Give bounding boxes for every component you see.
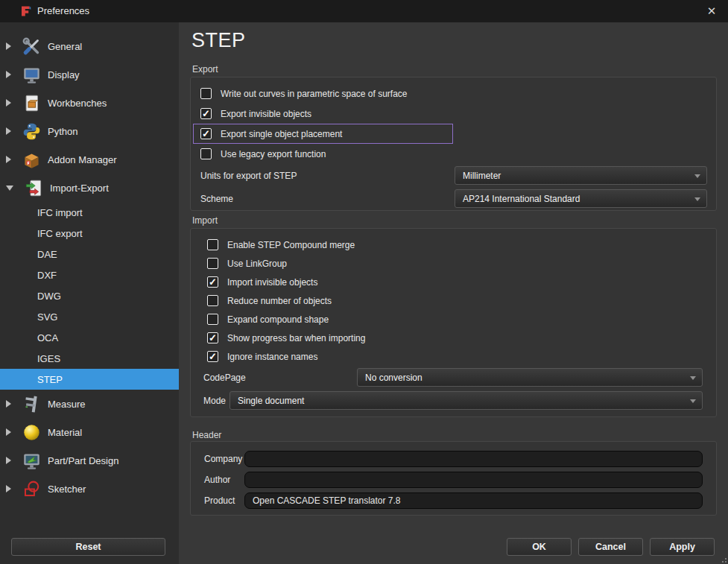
checkbox-row-expand-compound[interactable]: Expand compound shape [200, 310, 707, 329]
chevron-down-icon [694, 174, 700, 178]
product-field[interactable] [244, 492, 703, 509]
expand-arrow-icon[interactable] [6, 156, 11, 163]
sidebar-item-workbenches[interactable]: Workbenches [0, 89, 179, 117]
page-title: STEP [192, 29, 246, 52]
sidebar-item-label: IFC export [37, 228, 83, 239]
export-group: Write out curves in parametric space of … [190, 77, 717, 211]
expand-arrow-icon[interactable] [6, 400, 11, 408]
sidebar-item-label: IFC import [37, 207, 83, 218]
sidebar-item-addon-manager[interactable]: Addon Manager [0, 145, 179, 174]
checkbox-label: Show progress bar when importing [227, 333, 365, 343]
checkbox-row-export-invisible[interactable]: Export invisible objects [200, 104, 707, 124]
checkbox-row-reduce-objects[interactable]: Reduce number of objects [200, 291, 707, 310]
tools-icon [22, 37, 42, 57]
sidebar-item-ifc-import[interactable]: IFC import [0, 202, 179, 223]
checkbox-row-compound-merge[interactable]: Enable STEP Compound merge [200, 235, 707, 254]
collapse-arrow-icon[interactable] [6, 186, 13, 191]
mode-combobox[interactable]: Single document [230, 391, 703, 410]
sidebar-item-label: Import-Export [50, 183, 109, 194]
expand-arrow-icon[interactable] [6, 428, 11, 436]
sidebar-item-label: Workbenches [48, 98, 107, 109]
checkbox-row-progress-bar[interactable]: Show progress bar when importing [200, 329, 707, 347]
codepage-row: CodePage No conversion [200, 366, 707, 389]
checkbox[interactable] [200, 128, 212, 139]
checkbox-row-parametric-curves[interactable]: Write out curves in parametric space of … [200, 83, 707, 104]
sidebar-item-dxf[interactable]: DXF [0, 264, 179, 285]
company-field[interactable] [244, 451, 703, 467]
checkbox-row-linkgroup[interactable]: Use LinkGroup [200, 254, 707, 273]
checkbox[interactable] [207, 295, 218, 306]
reset-button[interactable]: Reset [11, 538, 165, 556]
author-field[interactable] [244, 472, 703, 488]
sidebar-item-measure[interactable]: Measure [0, 390, 179, 418]
mode-row: Mode Single document [200, 389, 707, 412]
sidebar-item-ifc-export[interactable]: IFC export [0, 223, 179, 244]
product-row: Product [200, 492, 707, 513]
checkbox[interactable] [207, 314, 218, 325]
expand-arrow-icon[interactable] [6, 457, 11, 464]
checkbox[interactable] [207, 351, 218, 362]
units-combobox[interactable]: Millimeter [455, 166, 707, 185]
expand-arrow-icon[interactable] [6, 42, 11, 50]
codepage-combobox[interactable]: No conversion [357, 368, 703, 387]
sidebar: General Display [0, 22, 179, 564]
sidebar-item-general[interactable]: General [0, 32, 179, 60]
scheme-combobox[interactable]: AP214 International Standard [455, 189, 707, 208]
material-icon [22, 422, 42, 443]
sidebar-item-label: Measure [48, 399, 86, 410]
checkbox[interactable] [200, 108, 212, 119]
settings-page: STEP Export Write out curves in parametr… [179, 22, 728, 564]
checkbox-label: Expand compound shape [227, 314, 329, 325]
sidebar-item-label: Sketcher [48, 484, 86, 495]
author-label: Author [204, 475, 230, 485]
checkbox[interactable] [207, 258, 218, 269]
expand-arrow-icon[interactable] [6, 71, 11, 78]
mode-label: Mode [203, 396, 226, 406]
ok-button[interactable]: OK [507, 538, 572, 556]
checkbox-row-import-invisible[interactable]: Import invisible objects [200, 273, 707, 291]
sidebar-item-iges[interactable]: IGES [0, 348, 179, 369]
combo-value: Single document [238, 396, 304, 406]
checkbox[interactable] [207, 239, 218, 250]
checkbox[interactable] [200, 88, 212, 99]
sidebar-item-python[interactable]: Python [0, 117, 179, 145]
checkbox[interactable] [207, 276, 218, 288]
checkbox-row-single-placement[interactable]: Export single object placement [193, 124, 453, 144]
checkbox-label: Ignore instance names [227, 352, 317, 362]
scheme-label: Scheme [200, 194, 233, 204]
expand-arrow-icon[interactable] [6, 485, 11, 492]
sidebar-item-dae[interactable]: DAE [0, 244, 179, 264]
import-group-label: Import [192, 215, 218, 226]
apply-button[interactable]: Apply [650, 538, 715, 556]
sidebar-item-label: STEP [37, 374, 63, 385]
header-group-label: Header [192, 430, 221, 440]
checkbox[interactable] [200, 148, 212, 159]
sidebar-item-sketcher[interactable]: Sketcher [0, 475, 179, 503]
sidebar-item-dwg[interactable]: DWG [0, 285, 179, 306]
workbenches-icon [22, 93, 42, 113]
cancel-button[interactable]: Cancel [578, 538, 643, 556]
expand-arrow-icon[interactable] [6, 127, 11, 135]
resize-grip[interactable] [719, 555, 727, 563]
sidebar-item-label: DAE [37, 249, 57, 260]
checkbox[interactable] [207, 332, 218, 343]
checkbox-label: Export single object placement [221, 129, 342, 139]
close-icon[interactable]: ✕ [703, 4, 720, 19]
expand-arrow-icon[interactable] [6, 99, 11, 107]
sidebar-item-step[interactable]: STEP [0, 369, 179, 390]
codepage-label: CodePage [203, 373, 246, 383]
sidebar-item-part-design[interactable]: Part/Part Design [0, 446, 179, 475]
sidebar-item-svg[interactable]: SVG [0, 306, 179, 327]
product-label: Product [204, 495, 235, 506]
measure-icon [22, 394, 42, 414]
sidebar-item-import-export[interactable]: Import-Export [0, 174, 179, 202]
checkbox-row-ignore-instance-names[interactable]: Ignore instance names [200, 347, 707, 366]
units-row: Units for export of STEP Millimeter [200, 164, 707, 187]
checkbox-row-legacy-export[interactable]: Use legacy export function [200, 144, 707, 164]
sidebar-item-material[interactable]: Material [0, 418, 179, 446]
checkbox-label: Use legacy export function [221, 149, 326, 159]
sidebar-item-display[interactable]: Display [0, 60, 179, 89]
combo-value: AP214 International Standard [463, 194, 580, 204]
sidebar-item-oca[interactable]: OCA [0, 327, 179, 348]
preferences-window: Preferences ✕ General [0, 0, 728, 564]
